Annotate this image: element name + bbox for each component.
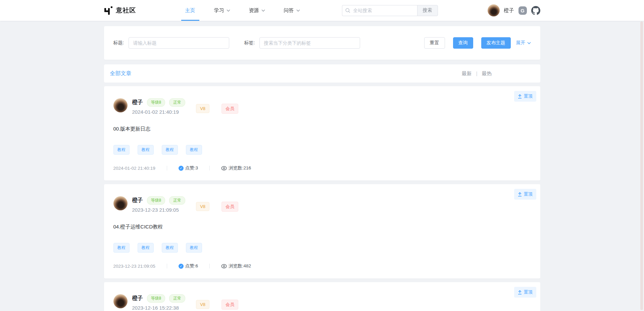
post-title[interactable]: 04.橙子运维CICD教程 (113, 224, 531, 230)
pin-button[interactable]: 置顶 (514, 91, 536, 102)
gitee-icon[interactable]: G (518, 6, 527, 15)
pin-button[interactable]: 置顶 (514, 287, 536, 298)
footer-date: 2024-01-02 21:40:19 (113, 166, 155, 171)
user-name[interactable]: 橙子 (504, 7, 514, 14)
author-name[interactable]: 橙子 (132, 197, 143, 204)
scrollbar[interactable] (640, 21, 643, 310)
title-field-label: 标题: (113, 40, 124, 46)
expand-link[interactable]: 展开 (516, 40, 531, 46)
vip-badge: V8 (196, 300, 209, 309)
search-icon (345, 8, 350, 13)
status-badge: 正常 (169, 294, 185, 303)
post-card: 置顶 橙子 等级8 正常 2024-01-02 21:40:19 V8 会员 0… (104, 86, 540, 180)
post-header: 橙子 等级8 正常 2023-12-23 21:09:05 V8 会员 (113, 196, 531, 213)
nav-item-qa[interactable]: 问答 (275, 0, 309, 21)
chevron-down-icon (227, 9, 230, 12)
likes-stat: ✓ 点赞:3 (179, 165, 198, 171)
eye-icon (221, 264, 227, 268)
level-badge: 等级8 (147, 98, 165, 107)
global-search: 搜索 (342, 5, 438, 16)
post-datetime: 2024-01-02 21:40:19 (132, 109, 186, 115)
site-title: 意社区 (116, 6, 136, 15)
author-name[interactable]: 橙子 (132, 295, 143, 302)
tag[interactable]: 教程 (113, 243, 130, 253)
query-button[interactable]: 查询 (453, 37, 473, 49)
sort-group: 最新 | 最热 (462, 70, 492, 77)
main-nav: 主页 学习 资源 问答 (176, 0, 309, 21)
divider (209, 166, 210, 170)
title-input[interactable] (129, 37, 229, 49)
pin-up-icon (518, 94, 522, 99)
author-avatar[interactable] (113, 196, 128, 210)
sort-newest[interactable]: 最新 (462, 70, 472, 77)
tag-field-label: 标签: (244, 40, 255, 46)
divider (167, 264, 167, 268)
pin-up-icon (518, 290, 522, 295)
post-tags: 教程 教程 教程 教程 (113, 145, 531, 155)
divider (167, 166, 167, 170)
post-footer: 2023-12-23 21:09:05 ✓ 点赞:6 浏览数:482 (113, 263, 531, 269)
views-stat: 浏览数:216 (221, 165, 251, 171)
post-card: 置顶 橙子 等级8 正常 2023-12-23 21:09:05 V8 会员 0… (104, 184, 540, 278)
post-header: 橙子 等级8 正常 2024-01-02 21:40:19 V8 会员 (113, 98, 531, 115)
tag[interactable]: 教程 (162, 145, 178, 155)
post-title[interactable]: 00.版本更新日志 (113, 126, 531, 132)
filter-panel: 标题: 标签: 重置 查询 发布主题 展开 (104, 26, 540, 60)
likes-stat: ✓ 点赞:6 (179, 263, 198, 269)
user-area: 橙子 G (488, 4, 540, 16)
eye-icon (221, 166, 227, 170)
tag-field-group: 标签: (244, 37, 360, 49)
chevron-down-icon (527, 42, 531, 44)
post-datetime: 2023-12-23 21:09:05 (132, 207, 186, 213)
post-datetime: 2023-12-16 15:22:38 (132, 305, 186, 311)
logo-icon (104, 6, 113, 15)
chevron-down-icon (261, 9, 265, 12)
search-input[interactable] (342, 5, 417, 16)
reset-button[interactable]: 重置 (424, 37, 445, 49)
level-badge: 等级8 (147, 294, 165, 303)
pin-button[interactable]: 置顶 (514, 189, 536, 200)
member-badge: 会员 (221, 104, 238, 114)
all-articles-link[interactable]: 全部文章 (110, 70, 132, 77)
vip-badge: V8 (196, 202, 209, 211)
site-logo[interactable]: 意社区 (104, 6, 136, 15)
chevron-down-icon (296, 9, 300, 12)
footer-date: 2023-12-23 21:09:05 (113, 264, 155, 269)
author-name[interactable]: 橙子 (132, 99, 143, 106)
tag[interactable]: 教程 (138, 243, 154, 253)
like-check-icon: ✓ (179, 166, 184, 171)
search-button[interactable]: 搜索 (417, 5, 438, 16)
nav-item-resources[interactable]: 资源 (240, 0, 275, 21)
nav-item-learn[interactable]: 学习 (205, 0, 240, 21)
like-check-icon: ✓ (179, 264, 184, 269)
tag[interactable]: 教程 (113, 145, 130, 155)
views-stat: 浏览数:482 (221, 263, 251, 269)
status-badge: 正常 (169, 98, 185, 107)
author-avatar[interactable] (113, 294, 128, 308)
user-avatar[interactable] (488, 4, 500, 16)
github-icon[interactable] (531, 6, 540, 15)
title-field-group: 标题: (113, 37, 230, 49)
tag[interactable]: 教程 (138, 145, 154, 155)
member-badge: 会员 (221, 202, 238, 212)
post-header: 橙子 等级8 正常 2023-12-16 15:22:38 V8 会员 (113, 294, 531, 311)
tag[interactable]: 教程 (186, 243, 202, 253)
publish-topic-button[interactable]: 发布主题 (481, 37, 511, 49)
divider (209, 264, 210, 268)
tag[interactable]: 教程 (186, 145, 202, 155)
author-avatar[interactable] (113, 98, 128, 112)
pin-up-icon (518, 192, 522, 197)
post-footer: 2024-01-02 21:40:19 ✓ 点赞:3 浏览数:216 (113, 165, 531, 171)
status-badge: 正常 (169, 196, 185, 205)
post-tags: 教程 教程 教程 教程 (113, 243, 531, 253)
tag-input[interactable] (259, 37, 360, 49)
vip-badge: V8 (196, 104, 209, 113)
main-content: 标题: 标签: 重置 查询 发布主题 展开 全部文章 最新 | 最热 (104, 26, 540, 311)
tag[interactable]: 教程 (162, 243, 178, 253)
post-card: 置顶 橙子 等级8 正常 2023-12-16 15:22:38 V8 会员 (104, 282, 540, 311)
filter-actions: 重置 查询 发布主题 展开 (424, 37, 531, 49)
top-bar: 意社区 主页 学习 资源 问答 (0, 0, 644, 21)
nav-item-home[interactable]: 主页 (176, 0, 205, 21)
level-badge: 等级8 (147, 196, 165, 205)
sort-hottest[interactable]: 最热 (482, 70, 492, 77)
